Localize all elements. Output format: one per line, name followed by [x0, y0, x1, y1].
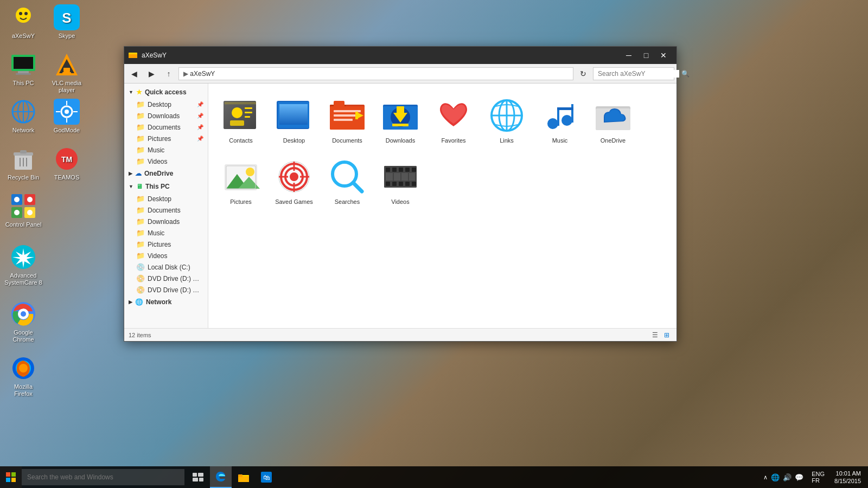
sidebar-item-tp-music[interactable]: 📁 Music: [124, 227, 208, 239]
folder-videos[interactable]: Videos: [376, 153, 425, 210]
pin-icon: 📌: [197, 101, 203, 107]
sidebar-item-qa-pictures[interactable]: 📁 Pictures 📌: [124, 133, 208, 144]
svg-rect-119: [386, 173, 415, 181]
folder-links[interactable]: Links: [482, 92, 531, 149]
sidebar-item-tp-downloads[interactable]: 📁 Downloads: [124, 216, 208, 227]
folder-desktop[interactable]: Desktop: [270, 92, 318, 149]
svg-rect-110: [392, 168, 397, 172]
file-area: Contacts Desk: [208, 84, 676, 328]
folder-favorites[interactable]: Favorites: [429, 92, 478, 149]
svg-point-1: [19, 12, 22, 15]
search-box[interactable]: 🔍: [593, 67, 674, 80]
file-grid: Contacts Desk: [216, 92, 668, 210]
desktop-icon-advanced-systemcare[interactable]: Advanced SystemCare 8: [4, 244, 42, 286]
onedrive-header[interactable]: ▶ ☁ OneDrive: [124, 167, 208, 180]
system-clock[interactable]: 10:01 AM 8/15/2015: [830, 470, 865, 485]
refresh-button[interactable]: ↻: [576, 66, 591, 81]
desktop-icon-axeswY[interactable]: aXeSwY: [4, 4, 42, 40]
svg-point-37: [14, 197, 20, 202]
address-bar: ◀ ▶ ↑ ▶ aXeSwY ↻ 🔍: [124, 64, 676, 84]
desktop-icon-godmode[interactable]: GodMode: [48, 99, 86, 134]
svg-point-19: [65, 110, 69, 114]
close-button[interactable]: ✕: [655, 47, 672, 64]
sidebar-item-qa-music[interactable]: 📁 Music: [124, 144, 208, 156]
pin-icon: 📌: [197, 136, 203, 142]
desktop-icon-vlc[interactable]: VLC media player: [48, 52, 86, 94]
sidebar-item-tp-desktop[interactable]: 📁 Desktop: [124, 193, 208, 204]
taskbar-search[interactable]: [22, 469, 184, 485]
desktop-icon-recycle-bin[interactable]: Recycle Bin: [4, 146, 42, 181]
desktop-icon-control-panel[interactable]: Control Panel: [4, 193, 42, 228]
address-path[interactable]: ▶ aXeSwY: [178, 67, 573, 80]
disk-icon: 💿: [136, 263, 145, 271]
svg-point-95: [246, 168, 254, 176]
svg-rect-57: [245, 112, 252, 113]
up-button[interactable]: ↑: [161, 66, 176, 81]
folder-icon: 📁: [136, 195, 145, 203]
onedrive-folder-icon: [593, 96, 633, 135]
folder-icon: 📁: [136, 206, 145, 214]
chevron-up-icon[interactable]: ∧: [763, 474, 768, 481]
desktop-icon-network[interactable]: Network: [4, 99, 42, 134]
svg-point-84: [547, 118, 558, 129]
folder-saved-games[interactable]: Saved Games: [270, 153, 318, 210]
svg-text:TM: TM: [61, 155, 72, 164]
desktop-icon-google-chrome[interactable]: Google Chrome: [4, 301, 42, 343]
main-content: ▼ ★ Quick access 📁 Desktop 📌 📁 Downloads…: [124, 84, 676, 328]
file-explorer-button[interactable]: [233, 466, 254, 488]
network-header[interactable]: ▶ 🌐 Network: [124, 296, 208, 309]
notification-icon[interactable]: 💬: [795, 473, 803, 481]
svg-point-0: [16, 8, 31, 23]
svg-rect-115: [392, 182, 397, 186]
sidebar-item-qa-documents[interactable]: 📁 Documents 📌: [124, 121, 208, 133]
documents-label: Documents: [332, 137, 362, 144]
this-pc-header[interactable]: ▼ 🖥 This PC: [124, 180, 208, 193]
back-button[interactable]: ◀: [126, 66, 142, 81]
folder-onedrive[interactable]: OneDrive: [589, 92, 637, 149]
desktop-icon-mozilla-firefox[interactable]: Mozilla Firefox: [4, 355, 42, 397]
sidebar-item-qa-downloads[interactable]: 📁 Downloads 📌: [124, 110, 208, 121]
taskview-button[interactable]: [187, 466, 209, 488]
start-button[interactable]: [0, 466, 22, 488]
sidebar-item-tp-documents[interactable]: 📁 Documents: [124, 204, 208, 216]
folder-music[interactable]: Music: [535, 92, 584, 149]
desktop-icon-skype[interactable]: S Skype: [48, 4, 86, 40]
network-icon: 🌐: [135, 298, 143, 306]
folder-downloads[interactable]: Downloads: [376, 92, 425, 149]
folder-icon: 📁: [136, 229, 145, 237]
favorites-folder-icon: [434, 96, 473, 135]
volume-icon[interactable]: 🔊: [783, 473, 792, 481]
sidebar-item-qa-videos[interactable]: 📁 Videos: [124, 156, 208, 167]
search-icon: 🔍: [681, 70, 690, 78]
minimize-button[interactable]: ─: [620, 47, 637, 64]
sidebar-item-dvd1[interactable]: 📀 DVD Drive (D:) VMw...: [124, 273, 208, 284]
sidebar-item-local-disk[interactable]: 💿 Local Disk (C:): [124, 261, 208, 273]
details-view-button[interactable]: ☰: [649, 330, 660, 341]
desktop-icon-teamos[interactable]: TM TEAMOS: [48, 146, 86, 181]
desktop-icon-this-pc[interactable]: This PC: [4, 52, 42, 87]
folder-contacts[interactable]: Contacts: [216, 92, 265, 149]
sidebar-item-dvd2[interactable]: 📀 DVD Drive (D:) VMwa...: [124, 284, 208, 296]
folder-searches[interactable]: Searches: [323, 153, 372, 210]
folder-pictures[interactable]: Pictures: [216, 153, 265, 210]
network-tray-icon[interactable]: 🌐: [771, 473, 780, 481]
store-button[interactable]: 🛍: [256, 466, 277, 488]
search-input[interactable]: [598, 70, 679, 78]
folder-documents[interactable]: Documents: [323, 92, 372, 149]
large-icons-view-button[interactable]: ⊞: [661, 330, 672, 341]
quick-access-header[interactable]: ▼ ★ Quick access: [124, 86, 208, 99]
svg-rect-55: [230, 120, 244, 126]
svg-rect-78: [397, 106, 404, 115]
sidebar-item-tp-videos[interactable]: 📁 Videos: [124, 250, 208, 261]
links-folder-icon: [487, 96, 526, 135]
edge-button[interactable]: [210, 466, 232, 488]
svg-point-38: [27, 197, 33, 202]
svg-rect-133: [238, 474, 242, 477]
sidebar: ▼ ★ Quick access 📁 Desktop 📌 📁 Downloads…: [124, 84, 208, 328]
forward-button[interactable]: ▶: [144, 66, 159, 81]
sidebar-item-qa-desktop[interactable]: 📁 Desktop 📌: [124, 99, 208, 110]
folder-icon: 📁: [136, 157, 145, 165]
maximize-button[interactable]: □: [637, 47, 655, 64]
sidebar-item-tp-pictures[interactable]: 📁 Pictures: [124, 239, 208, 250]
svg-rect-109: [386, 168, 390, 172]
